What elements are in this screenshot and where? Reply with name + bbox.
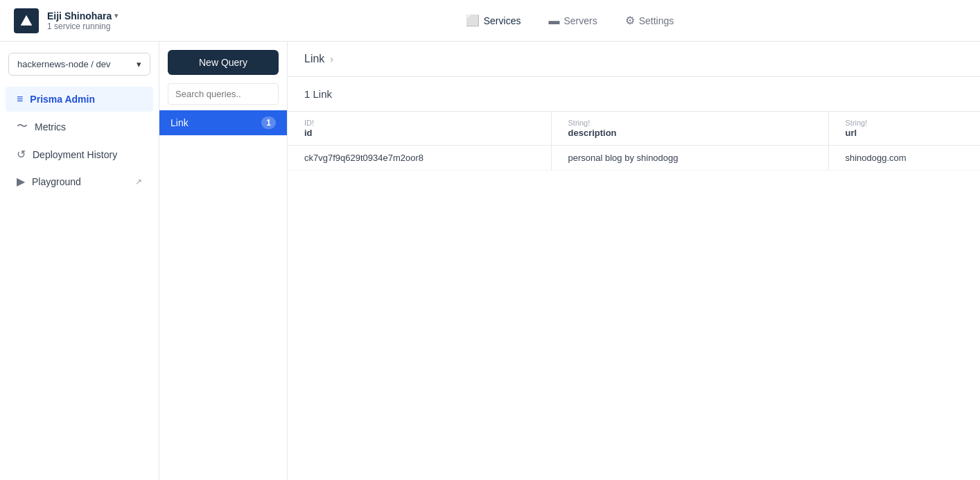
sidebar-item-label-prisma-admin: Prisma Admin [30,94,95,105]
col-header-description: String! description [551,112,828,146]
prisma-logo-svg [19,14,33,28]
playground-icon: ▶ [17,175,25,188]
nav-tab-settings[interactable]: ⚙ Settings [614,8,685,33]
query-item-label: Link [170,117,189,128]
services-icon: ⬜ [466,14,480,27]
col-name-id: id [304,128,313,138]
logo-icon [14,8,39,33]
breadcrumb-chevron-icon: › [330,53,333,65]
sidebar-nav: ≡ Prisma Admin 〜 Metrics ↺ Deployment Hi… [0,87,159,194]
col-type-description: String! [568,119,812,127]
sidebar-item-playground[interactable]: ▶ Playground ↗ [6,169,153,194]
user-name: Eiji Shinohara ▾ [47,10,118,22]
sidebar-item-label-metrics: Metrics [35,121,66,132]
breadcrumb: Link › [288,42,980,77]
metrics-icon: 〜 [17,119,28,134]
sidebar: hackernews-node / dev ▾ ≡ Prisma Admin 〜… [0,42,159,480]
service-selector-chevron: ▾ [137,59,141,69]
query-panel: New Query Link 1 [159,42,288,480]
col-type-url: String! [846,119,964,127]
table-header-row: ID! id String! description String! url [288,112,980,146]
playground-external-icon: ↗ [135,177,142,187]
query-list: Link 1 [159,110,287,135]
sidebar-item-prisma-admin[interactable]: ≡ Prisma Admin [6,87,153,112]
top-nav-left: Eiji Shinohara ▾ 1 service running [14,8,173,33]
services-label: Services [484,15,521,26]
deployment-history-icon: ↺ [17,148,26,161]
servers-label: Servers [563,15,597,26]
top-nav: Eiji Shinohara ▾ 1 service running ⬜ Ser… [0,0,980,42]
user-name-text: Eiji Shinohara [47,10,112,22]
sidebar-item-deployment-history[interactable]: ↺ Deployment History [6,142,153,167]
cell-id: ck7vg7f9q629t0934e7m2oor8 [288,146,551,171]
svg-marker-0 [21,15,33,25]
data-count-header: 1 Link [288,77,980,112]
table-body: ck7vg7f9q629t0934e7m2oor8 personal blog … [288,146,980,171]
sidebar-item-label-deployment-history: Deployment History [33,149,117,160]
data-area: 1 Link ID! id String! description Stri [288,77,980,480]
table-head: ID! id String! description String! url [288,112,980,146]
col-header-id: ID! id [288,112,551,146]
prisma-admin-icon: ≡ [17,93,23,105]
cell-description: personal blog by shinodogg [551,146,828,171]
service-selector-text: hackernews-node / dev [17,59,110,69]
top-nav-center: ⬜ Services ▬ Servers ⚙ Settings [173,8,966,33]
breadcrumb-current: Link [304,53,324,65]
query-item-count: 1 [261,117,276,129]
new-query-button[interactable]: New Query [168,50,279,75]
cell-url: shinodogg.com [828,146,980,171]
nav-tab-servers[interactable]: ▬ Servers [537,8,608,33]
settings-icon: ⚙ [625,14,635,27]
table-row: ck7vg7f9q629t0934e7m2oor8 personal blog … [288,146,980,171]
col-name-description: description [568,128,617,138]
col-name-url: url [846,128,857,138]
search-queries-input[interactable] [168,83,279,105]
nav-tab-services[interactable]: ⬜ Services [455,8,532,33]
query-item-link[interactable]: Link 1 [159,110,287,135]
settings-label: Settings [639,15,674,26]
user-chevron-icon[interactable]: ▾ [114,12,118,19]
sidebar-item-metrics[interactable]: 〜 Metrics [6,113,153,140]
main-layout: hackernews-node / dev ▾ ≡ Prisma Admin 〜… [0,42,980,480]
col-type-id: ID! [304,119,534,127]
data-table: ID! id String! description String! url [288,112,980,171]
col-header-url: String! url [828,112,980,146]
main-content: Link › 1 Link ID! id String! description [288,42,980,480]
service-selector[interactable]: hackernews-node / dev ▾ [8,53,150,76]
sidebar-item-label-playground: Playground [32,176,81,187]
user-subtitle: 1 service running [47,22,118,31]
user-info: Eiji Shinohara ▾ 1 service running [47,10,118,31]
servers-icon: ▬ [548,15,559,27]
